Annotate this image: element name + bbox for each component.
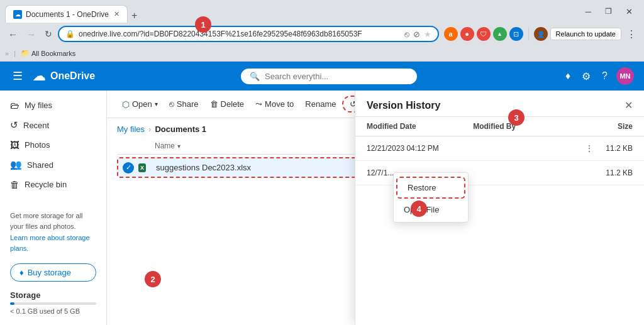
vh-close-button[interactable]: ✕ (625, 99, 633, 111)
menu-icon[interactable]: ⋮ (624, 28, 639, 40)
move-label: Move to (265, 99, 294, 109)
search-container: 🔍 (103, 69, 555, 84)
delete-label: Delete (221, 99, 245, 109)
search-input[interactable] (265, 72, 408, 81)
storage-section: Storage < 0.1 GB used of 5 GB (0, 285, 106, 320)
lock-icon: 🔒 (65, 30, 75, 38)
sidebar-label-shared: Shared (27, 160, 53, 170)
share-page-icon[interactable]: ⎋ (404, 30, 409, 39)
sidebar-item-shared[interactable]: 👥 Shared (0, 155, 106, 175)
recent-icon: ↺ (10, 119, 18, 131)
app-logo: ☁ OneDrive (33, 69, 95, 84)
avatar[interactable]: MN (616, 67, 634, 85)
address-bar[interactable]: 🔒 onedrive.live.com/?id=DB0FD8220434153F… (58, 26, 439, 42)
xlsx-icon: X (138, 163, 146, 172)
move-to-button[interactable]: ⤳ Move to (250, 96, 299, 112)
window-maximize-button[interactable]: ❐ (599, 6, 618, 17)
share-icon: ⎋ (169, 99, 174, 109)
open-button[interactable]: ⬡ Open ▾ (117, 96, 163, 113)
favorite-icon[interactable]: ★ (424, 30, 431, 39)
file-type-icon: X (138, 163, 156, 172)
check-circle: ✓ (123, 162, 134, 174)
photos-icon: 🖼 (10, 140, 19, 150)
breadcrumb-current: Documents 1 (155, 124, 206, 134)
bookmark-label: All Bookmarks (31, 50, 75, 57)
app-name: OneDrive (50, 70, 95, 82)
hamburger-button[interactable]: ☰ (10, 67, 25, 85)
sidebar-label-my-files: My files (25, 101, 52, 110)
context-menu-restore[interactable]: Restore (396, 177, 465, 199)
profile-icon[interactable]: 👤 (534, 27, 548, 41)
restore-label: Restore (408, 183, 436, 192)
window-minimize-button[interactable]: ─ (579, 6, 597, 18)
ext-icon-g[interactable]: ● (460, 27, 474, 41)
context-menu-open-file[interactable]: Open File (394, 200, 468, 219)
storage-bar-bg (10, 302, 96, 305)
storage-link[interactable]: Learn more about storage plans. (10, 234, 90, 253)
relaunch-button[interactable]: Relaunch to update (550, 28, 621, 40)
address-url: onedrive.live.com/?id=DB0FD8220434153F%2… (79, 30, 401, 38)
vh-col-date: Modified Date (367, 122, 473, 131)
storage-used-text: < 0.1 GB used of 5 GB (10, 307, 96, 315)
folder-icon: 📁 (21, 49, 30, 57)
forward-button[interactable]: → (23, 28, 39, 41)
vh-menu-btn-1[interactable]: ⋮ (585, 143, 594, 153)
sidebar: 🗁 My files ↺ Recent 🖼 Photos 👥 Shared 🗑 (0, 91, 107, 325)
rename-label: Rename (305, 99, 336, 109)
open-chevron-icon: ▾ (155, 101, 158, 107)
settings-icon-button[interactable]: ⚙ (579, 68, 593, 85)
buy-storage-label: Buy storage (28, 268, 71, 277)
sidebar-label-photos: Photos (25, 140, 50, 150)
window-close-button[interactable]: ✕ (619, 6, 639, 18)
version-row-1[interactable]: 12/21/2023 04:12 PM ⋮ 11.2 KB (355, 136, 644, 161)
ext-icon-a[interactable]: a (444, 27, 458, 41)
sidebar-item-recent[interactable]: ↺ Recent (0, 115, 106, 135)
vh-title: Version History (367, 100, 440, 111)
search-box[interactable]: 🔍 (241, 69, 417, 84)
version-history-panel: Version History ✕ Modified Date Modified… (355, 91, 644, 325)
delete-icon: 🗑 (210, 99, 218, 109)
rename-button[interactable]: Rename (300, 96, 341, 112)
vh-table-header: Modified Date Modified By Size (355, 117, 644, 136)
vh-col-by: Modified By (473, 122, 579, 131)
app-header: ☰ ☁ OneDrive 🔍 ♦ ⚙ ? MN (0, 62, 644, 91)
context-menu: Restore Open File (393, 172, 469, 223)
sidebar-item-my-files[interactable]: 🗁 My files (0, 96, 106, 115)
refresh-button[interactable]: ↻ (42, 28, 55, 40)
name-col-label: Name (155, 141, 175, 150)
tab-close-icon[interactable]: ✕ (114, 10, 119, 18)
new-tab-button[interactable]: + (128, 10, 141, 21)
move-icon: ⤳ (255, 99, 262, 109)
open-file-label: Open File (404, 205, 439, 214)
delete-button[interactable]: 🗑 Delete (205, 96, 250, 112)
browser-tab[interactable]: ☁ Documents 1 - OneDrive ✕ (5, 5, 128, 23)
help-icon-button[interactable]: ? (599, 68, 610, 84)
storage-section-title: Storage (10, 290, 96, 300)
shared-icon: 👥 (10, 159, 22, 170)
bookmark-all-bookmarks[interactable]: 📁 All Bookmarks (21, 49, 75, 57)
breadcrumb-separator: › (148, 124, 151, 134)
buy-storage-button[interactable]: ♦ Buy storage (10, 263, 96, 282)
ext-icon-drive[interactable]: ▲ (493, 27, 507, 41)
storage-info: Get more storage for all your files and … (0, 206, 106, 260)
ext-icon-shield[interactable]: 🛡 (477, 27, 491, 41)
search-icon: 🔍 (250, 72, 260, 81)
cloud-icon: ☁ (33, 69, 45, 84)
open-icon: ⬡ (122, 99, 130, 109)
sidebar-item-photos[interactable]: 🖼 Photos (0, 135, 106, 155)
vh-size-2: 11.2 KB (579, 168, 633, 177)
breadcrumb-parent[interactable]: My files (117, 124, 145, 134)
reader-mode-icon[interactable]: ⊘ (413, 30, 420, 39)
file-check[interactable]: ✓ (118, 162, 138, 174)
diamond-icon-button[interactable]: ♦ (563, 68, 573, 84)
storage-bar-fill (10, 302, 14, 305)
recycle-bin-icon: 🗑 (10, 179, 19, 190)
content-area: ⬡ Open ▾ ⎋ Share 🗑 Delete ⤳ Move to (107, 91, 644, 325)
ext-icon-bookmark[interactable]: ⊡ (509, 27, 523, 41)
sidebar-item-recycle-bin[interactable]: 🗑 Recycle bin (0, 175, 106, 194)
vh-header: Version History ✕ (355, 91, 644, 117)
open-label: Open (132, 99, 152, 109)
my-files-icon: 🗁 (10, 100, 19, 111)
back-button[interactable]: ← (5, 28, 21, 41)
share-button[interactable]: ⎋ Share (164, 96, 204, 112)
